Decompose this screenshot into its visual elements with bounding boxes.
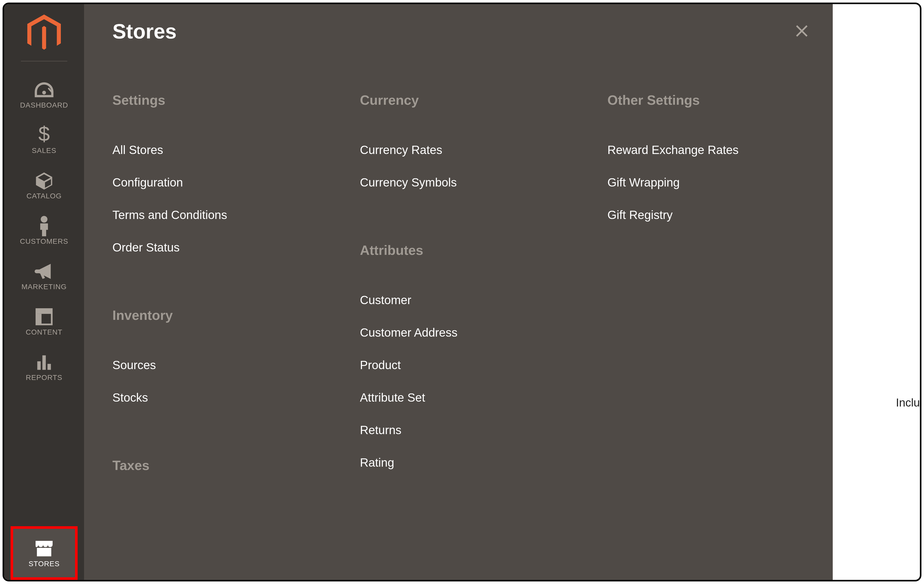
link-order-status[interactable]: Order Status [112, 231, 360, 264]
svg-rect-5 [36, 309, 51, 314]
link-reward-rates[interactable]: Reward Exchange Rates [607, 134, 855, 166]
link-gift-wrapping[interactable]: Gift Wrapping [607, 166, 855, 199]
background-page-text: Inclu [896, 396, 920, 409]
link-all-stores[interactable]: All Stores [112, 134, 360, 166]
nav-customers[interactable]: CUSTOMERS [4, 208, 84, 253]
nav-label: DASHBOARD [20, 101, 68, 109]
close-button[interactable] [792, 21, 812, 42]
svg-rect-9 [48, 364, 51, 370]
group-heading: Settings [112, 93, 360, 108]
link-gift-registry[interactable]: Gift Registry [607, 199, 855, 231]
group-heading: Currency [360, 93, 607, 108]
nav-marketing[interactable]: MARKETING [4, 253, 84, 299]
bar-chart-icon [36, 352, 53, 372]
magento-logo-icon [27, 15, 61, 53]
megaphone-icon [35, 261, 54, 282]
group-settings: Settings All Stores Configuration Terms … [112, 93, 360, 264]
nav-dashboard[interactable]: DASHBOARD [4, 72, 84, 117]
group-inventory: Inventory Sources Stocks [112, 308, 360, 414]
nav-label: MARKETING [21, 283, 66, 291]
nav-sales[interactable]: $ SALES [4, 117, 84, 162]
svg-rect-6 [36, 314, 41, 324]
svg-point-0 [42, 91, 46, 95]
nav-label: CUSTOMERS [20, 237, 68, 246]
dollar-icon: $ [38, 125, 51, 146]
person-icon [38, 216, 51, 236]
dashboard-icon [35, 79, 54, 100]
group-taxes: Taxes [112, 458, 360, 473]
link-configuration[interactable]: Configuration [112, 166, 360, 199]
link-sources[interactable]: Sources [112, 349, 360, 381]
box-icon [35, 170, 53, 191]
group-heading: Taxes [112, 458, 360, 473]
nav-catalog[interactable]: CATALOG [4, 162, 84, 208]
store-icon [35, 538, 54, 559]
stores-flyout-panel: Stores Settings All Stores Configuration… [84, 4, 833, 580]
panel-header: Stores [112, 20, 812, 43]
link-attr-customer[interactable]: Customer [360, 284, 607, 316]
group-heading: Inventory [112, 308, 360, 323]
nav-label: REPORTS [26, 374, 63, 382]
nav-label: CATALOG [26, 192, 62, 200]
link-currency-rates[interactable]: Currency Rates [360, 134, 607, 166]
link-terms-conditions[interactable]: Terms and Conditions [112, 199, 360, 231]
group-currency: Currency Currency Rates Currency Symbols [360, 93, 607, 199]
svg-text:$: $ [38, 125, 50, 145]
layout-icon [36, 306, 53, 327]
app-frame: DASHBOARD $ SALES CATALOG CUSTOMERS MARK… [3, 3, 921, 581]
svg-rect-8 [42, 356, 46, 370]
svg-rect-10 [37, 548, 51, 556]
link-stocks[interactable]: Stocks [112, 381, 360, 414]
link-attr-set[interactable]: Attribute Set [360, 381, 607, 414]
nav-label: STORES [29, 560, 60, 568]
magento-logo[interactable] [27, 15, 61, 53]
link-attr-product[interactable]: Product [360, 349, 607, 381]
close-icon [794, 23, 810, 39]
group-heading: Other Settings [607, 93, 855, 108]
svg-point-3 [41, 216, 48, 223]
nav-stores[interactable]: STORES [11, 526, 78, 580]
nav-content[interactable]: CONTENT [4, 299, 84, 344]
nav-label: SALES [32, 147, 56, 155]
group-other-settings: Other Settings Reward Exchange Rates Gif… [607, 93, 855, 231]
panel-column-3: Other Settings Reward Exchange Rates Gif… [607, 93, 855, 523]
panel-column-2: Currency Currency Rates Currency Symbols… [360, 93, 607, 523]
group-heading: Attributes [360, 243, 607, 258]
link-attr-rating[interactable]: Rating [360, 446, 607, 479]
nav-reports[interactable]: REPORTS [4, 344, 84, 389]
admin-sidebar: DASHBOARD $ SALES CATALOG CUSTOMERS MARK… [4, 4, 84, 580]
link-attr-customer-address[interactable]: Customer Address [360, 316, 607, 349]
panel-columns: Settings All Stores Configuration Terms … [112, 93, 812, 523]
group-attributes: Attributes Customer Customer Address Pro… [360, 243, 607, 479]
nav-label: CONTENT [26, 328, 63, 336]
panel-title: Stores [112, 20, 177, 43]
sidebar-divider [21, 61, 67, 61]
panel-column-1: Settings All Stores Configuration Terms … [112, 93, 360, 523]
link-attr-returns[interactable]: Returns [360, 414, 607, 446]
svg-rect-7 [37, 361, 41, 370]
link-currency-symbols[interactable]: Currency Symbols [360, 166, 607, 199]
